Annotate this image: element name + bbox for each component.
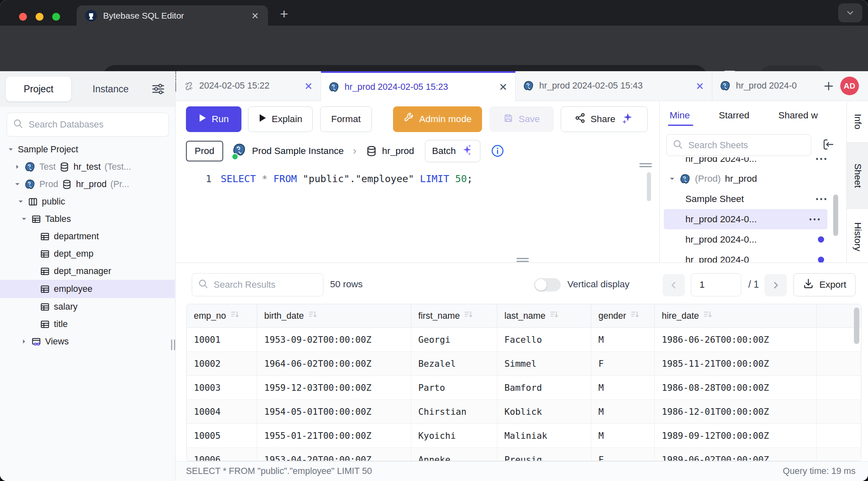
- sheet-item[interactable]: hr_prod 2024-0: [660, 250, 846, 262]
- tab-instance[interactable]: Instance: [80, 77, 142, 101]
- table-row[interactable]: 100051955-01-21T00:00:00ZKyoichiMaliniak…: [187, 424, 861, 448]
- results-table: emp_nobirth_datefirst_namelast_namegende…: [186, 304, 861, 461]
- search-icon: [673, 139, 683, 152]
- explain-button[interactable]: Explain: [248, 106, 313, 132]
- editor-tab-1[interactable]: 2024-02-05 15:22: [176, 71, 321, 101]
- admin-mode-button[interactable]: Admin mode: [393, 106, 482, 132]
- instance-name[interactable]: Prod Sample Instance: [252, 146, 344, 156]
- close-tab-icon[interactable]: [695, 82, 704, 91]
- column-label: emp_no: [194, 311, 226, 321]
- tab-close-icon[interactable]: [251, 11, 260, 20]
- editor-tab-2-active[interactable]: hr_prod 2024-02-05 15:23: [321, 71, 516, 101]
- sort-icon: [464, 310, 473, 322]
- editor-tab-4[interactable]: hr_prod 2024-0: [712, 71, 818, 101]
- sheet-item[interactable]: Sample Sheet: [660, 189, 846, 209]
- share-button[interactable]: Share: [561, 106, 648, 132]
- database-name[interactable]: hr_prod: [382, 146, 415, 156]
- new-tab-button[interactable]: +: [280, 7, 288, 21]
- sql-token: LIMIT: [420, 173, 449, 185]
- database-search[interactable]: [7, 113, 169, 137]
- window-close-button[interactable]: [19, 13, 27, 21]
- cell-first_name: Parto: [411, 376, 497, 399]
- more-menu-icon: [815, 197, 827, 201]
- column-label: birth_date: [264, 311, 304, 321]
- tree-item-tables[interactable]: Tables: [0, 210, 175, 228]
- tree-item-sample-project[interactable]: Sample Project: [0, 141, 175, 158]
- column-header-gender[interactable]: gender: [591, 304, 655, 327]
- tree-item-salary[interactable]: salary: [0, 298, 175, 315]
- window-minimize-button[interactable]: [36, 13, 43, 21]
- tab-list-chevron-button[interactable]: [838, 3, 862, 22]
- sheet-list-scrollbar[interactable]: [833, 195, 838, 236]
- format-button[interactable]: Format: [320, 106, 372, 132]
- sheet-group-prod-hr-prod[interactable]: (Prod)hr_prod: [660, 169, 846, 189]
- table-row[interactable]: 100011953-09-02T00:00:00ZGeorgiFacelloM1…: [187, 328, 861, 352]
- close-tab-icon[interactable]: [499, 82, 508, 91]
- tree-item-public[interactable]: public: [0, 193, 175, 210]
- tab-info[interactable]: Info: [847, 101, 868, 142]
- table-row[interactable]: 100041954-05-01T00:00:00ZChirstianKoblic…: [187, 400, 861, 424]
- column-header-hire_date[interactable]: hire_date: [655, 304, 817, 327]
- column-header-first_name[interactable]: first_name: [411, 304, 497, 327]
- tab-history[interactable]: History: [847, 209, 868, 265]
- vertical-display-toggle[interactable]: [534, 278, 561, 291]
- panel-resize-handle[interactable]: [639, 163, 652, 167]
- search-results-input[interactable]: [213, 279, 317, 291]
- search-icon: [198, 279, 209, 291]
- tree-item-label: hr_prod: [76, 179, 106, 190]
- tree-item-test-hr-test-test[interactable]: Testhr_test(Test...: [0, 158, 175, 176]
- tab-starred[interactable]: Starred: [719, 110, 750, 121]
- column-header-birth_date[interactable]: birth_date: [257, 304, 411, 327]
- search-sheets-input[interactable]: [687, 139, 805, 151]
- column-header-emp_no[interactable]: emp_no: [187, 304, 257, 327]
- tab-mine[interactable]: Mine: [670, 110, 690, 121]
- table-scrollbar[interactable]: [854, 308, 859, 344]
- sql-editor[interactable]: 1 SELECT * FROM "public"."employee" LIMI…: [176, 165, 659, 262]
- user-avatar[interactable]: AD: [840, 77, 859, 95]
- tree-item-department[interactable]: department: [0, 228, 175, 245]
- tree-item-title[interactable]: title: [0, 315, 175, 333]
- tree-item-prod-hr-prod-pr[interactable]: Prodhr_prod(Pr...: [0, 176, 175, 193]
- connection-info-icon[interactable]: [491, 144, 504, 157]
- run-button[interactable]: Run: [186, 106, 241, 132]
- sort-icon: [630, 310, 639, 322]
- filter-sliders-icon[interactable]: [151, 82, 165, 98]
- splitter-handle[interactable]: [516, 258, 529, 262]
- results-search[interactable]: [192, 273, 323, 296]
- save-button[interactable]: Save: [489, 106, 554, 132]
- table-row[interactable]: 100021964-06-02T00:00:00ZBezalelSimmelF1…: [187, 352, 861, 376]
- table-row[interactable]: 100031959-12-03T00:00:00ZPartoBamfordM19…: [187, 376, 861, 400]
- search-databases-input[interactable]: [28, 119, 163, 130]
- page-number-input[interactable]: [691, 274, 741, 296]
- tab-project[interactable]: Project: [6, 77, 71, 101]
- editor-tab-3[interactable]: hr_prod 2024-02-05 15:43: [516, 71, 712, 101]
- tree-item-dept-manager[interactable]: dept_manager: [0, 262, 175, 280]
- export-button[interactable]: Export: [793, 273, 856, 296]
- tab-sheet[interactable]: Sheet: [847, 142, 868, 209]
- column-header-last_name[interactable]: last_name: [497, 304, 591, 327]
- next-page-button[interactable]: [764, 274, 787, 296]
- tree-item-employee[interactable]: employee: [0, 280, 175, 298]
- window-zoom-button[interactable]: [52, 13, 60, 21]
- editor-tab-strip: 2024-02-05 15:22 hr_prod 2024-02-05 15:2…: [176, 71, 868, 101]
- new-sheet-button[interactable]: [818, 71, 839, 101]
- tree-item-views[interactable]: Views: [0, 333, 175, 350]
- browser-tab[interactable]: Bytebase SQL Editor: [77, 5, 268, 26]
- sheet-search[interactable]: [666, 134, 811, 156]
- batch-button[interactable]: Batch: [425, 140, 480, 162]
- tab-shared[interactable]: Shared w: [779, 110, 818, 121]
- tree-item-dept-emp[interactable]: dept_emp: [0, 245, 175, 262]
- import-sheet-icon[interactable]: [821, 137, 835, 152]
- sidebar-resize-handle[interactable]: [171, 339, 175, 350]
- sheet-item[interactable]: hr_prod 2024-0...: [664, 209, 827, 229]
- table-icon: [40, 284, 50, 294]
- chevron-down-icon: [7, 146, 14, 153]
- sheet-item[interactable]: hr_prod 2024-0...: [660, 229, 846, 250]
- table-row[interactable]: 100061953-04-20T00:00:00ZAnnekePreusigF1…: [187, 448, 861, 461]
- prev-page-button[interactable]: [663, 274, 685, 296]
- close-tab-icon[interactable]: [304, 82, 313, 91]
- database-icon: [366, 145, 377, 157]
- editor-scrollbar[interactable]: [647, 172, 651, 201]
- sheet-item[interactable]: hr_prod 2024-0...: [660, 157, 846, 169]
- cell-last_name: Maliniak: [497, 424, 591, 447]
